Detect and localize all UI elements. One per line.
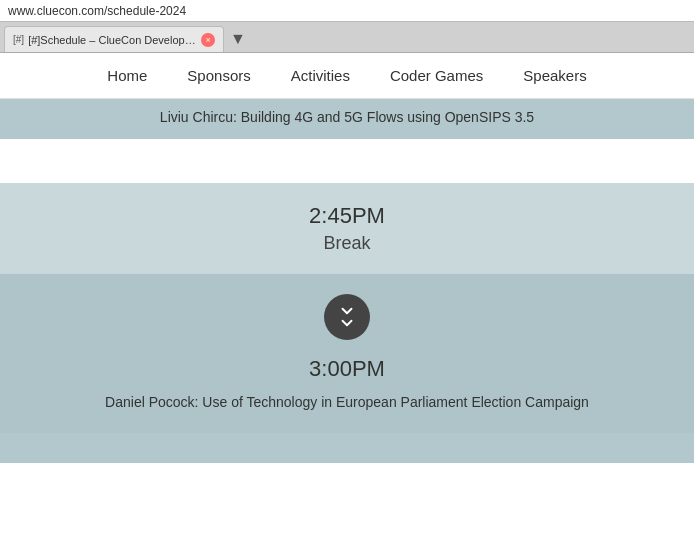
nav-sponsors[interactable]: Sponsors — [187, 67, 250, 84]
bottom-section — [0, 433, 694, 463]
browser-tab[interactable]: [#] [#]Schedule – ClueCon Developer... × — [4, 26, 224, 52]
chevron-down-icon — [338, 302, 356, 332]
nav-activities[interactable]: Activities — [291, 67, 350, 84]
session-description: Daniel Pocock: Use of Technology in Euro… — [20, 392, 674, 413]
tab-favicon: [#] — [13, 34, 24, 45]
main-nav: Home Sponsors Activities Coder Games Spe… — [0, 53, 694, 99]
session-time: 3:00PM — [20, 356, 674, 382]
top-session-title: Liviu Chircu: Building 4G and 5G Flows u… — [20, 109, 674, 125]
expand-button[interactable] — [324, 294, 370, 340]
session-section: 3:00PM Daniel Pocock: Use of Technology … — [0, 274, 694, 433]
tab-title: [#]Schedule – ClueCon Developer... — [28, 34, 197, 46]
schedule-content: Liviu Chircu: Building 4G and 5G Flows u… — [0, 99, 694, 463]
tab-bar: [#] [#]Schedule – ClueCon Developer... ×… — [0, 22, 694, 52]
break-section: 2:45PM Break — [0, 183, 694, 274]
break-label: Break — [20, 233, 674, 254]
browser-chrome: www.cluecon.com/schedule-2024 [#] [#]Sch… — [0, 0, 694, 53]
nav-coder-games[interactable]: Coder Games — [390, 67, 483, 84]
tab-close-button[interactable]: × — [201, 33, 215, 47]
nav-speakers[interactable]: Speakers — [523, 67, 586, 84]
section-gap — [0, 139, 694, 183]
top-session-section: Liviu Chircu: Building 4G and 5G Flows u… — [0, 99, 694, 139]
nav-home[interactable]: Home — [107, 67, 147, 84]
tab-action-icon[interactable]: ▼ — [230, 30, 246, 48]
break-time: 2:45PM — [20, 203, 674, 229]
address-text: www.cluecon.com/schedule-2024 — [8, 4, 186, 18]
address-bar: www.cluecon.com/schedule-2024 — [0, 0, 694, 22]
